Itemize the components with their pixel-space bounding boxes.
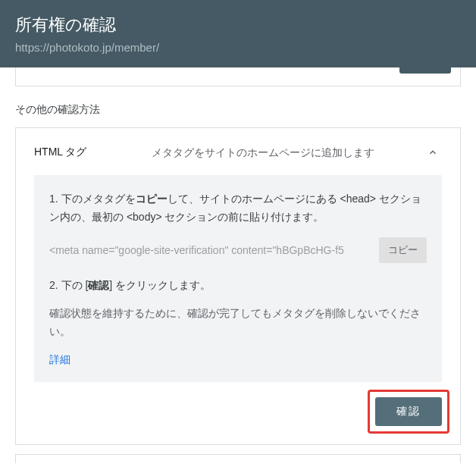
meta-tag-row: コピー	[49, 237, 427, 263]
retain-note: 確認状態を維持するために、確認が完了してもメタタグを削除しないでください。	[49, 305, 427, 341]
previous-confirm-button[interactable]	[399, 51, 451, 74]
confirm-row: 確認	[16, 382, 460, 444]
header-title: 所有権の確認	[15, 14, 461, 36]
chevron-up-icon	[424, 143, 442, 161]
meta-tag-input[interactable]	[49, 237, 374, 263]
header-url: https://photokoto.jp/member/	[15, 41, 461, 54]
copy-button[interactable]: コピー	[379, 237, 427, 263]
html-tag-card: HTML タグ メタタグをサイトのホームページに追加します 1. 下のメタタグを…	[15, 127, 461, 445]
confirm-button[interactable]: 確認	[375, 397, 442, 426]
card-title: HTML タグ	[34, 146, 152, 159]
card-body: 1. 下のメタタグをコピーして、サイトのホームページにある <head> セクシ…	[34, 175, 442, 382]
section-label: その他の確認方法	[15, 103, 461, 117]
previous-card-edge	[15, 67, 461, 86]
step-1-text: 1. 下のメタタグをコピーして、サイトのホームページにある <head> セクシ…	[49, 190, 427, 227]
next-card-edge	[15, 454, 461, 463]
highlight-annotation: 確認	[368, 390, 449, 434]
details-link[interactable]: 詳細	[49, 353, 70, 367]
step-2-text: 2. 下の [確認] をクリックします。	[49, 277, 427, 295]
card-description: メタタグをサイトのホームページに追加します	[152, 144, 424, 161]
card-header[interactable]: HTML タグ メタタグをサイトのホームページに追加します	[16, 128, 460, 175]
